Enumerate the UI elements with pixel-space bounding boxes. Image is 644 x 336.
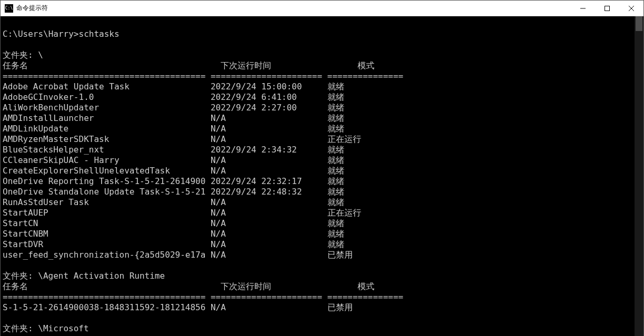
cmd-icon: C:\ bbox=[5, 4, 13, 13]
minimize-button[interactable] bbox=[571, 1, 595, 16]
vertical-scrollbar[interactable] bbox=[635, 16, 643, 336]
titlebar[interactable]: C:\ 命令提示符 bbox=[1, 1, 643, 16]
scrollbar-thumb[interactable] bbox=[636, 16, 642, 31]
terminal-area: C:\Users\Harry>schtasks 文件夹: \ 任务名 下次运行时… bbox=[1, 16, 643, 336]
app-window: C:\ 命令提示符 C:\Users\Harry>schtasks 文件夹: \… bbox=[0, 0, 644, 336]
svg-rect-1 bbox=[605, 6, 610, 11]
window-controls bbox=[571, 1, 643, 16]
terminal-output[interactable]: C:\Users\Harry>schtasks 文件夹: \ 任务名 下次运行时… bbox=[1, 16, 635, 336]
close-button[interactable] bbox=[619, 1, 643, 16]
maximize-button[interactable] bbox=[595, 1, 619, 16]
window-title: 命令提示符 bbox=[16, 4, 48, 13]
